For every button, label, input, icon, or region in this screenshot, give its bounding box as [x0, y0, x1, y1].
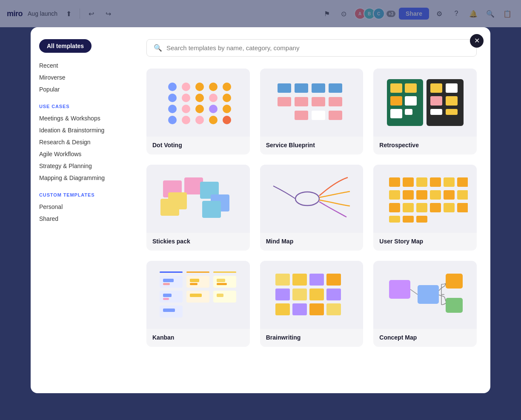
sidebar-item-ideation[interactable]: Ideation & Brainstorming	[39, 124, 124, 136]
sidebar-item-mapping[interactable]: Mapping & Diagramming	[39, 172, 124, 184]
all-templates-button[interactable]: All templates	[39, 39, 92, 53]
svg-rect-113	[309, 303, 324, 315]
svg-rect-64	[457, 177, 468, 187]
svg-rect-32	[329, 111, 342, 120]
svg-rect-61	[416, 177, 427, 187]
svg-rect-77	[389, 216, 400, 223]
svg-rect-43	[446, 83, 458, 93]
modal-main: 🔍	[133, 27, 490, 393]
template-card-dot-voting[interactable]: Dot Voting	[146, 69, 250, 154]
svg-rect-85	[163, 279, 174, 282]
templates-modal: ✕ All templates Recent Miroverse Popular…	[31, 27, 490, 393]
svg-rect-52	[160, 199, 179, 216]
svg-rect-89	[163, 298, 169, 300]
svg-rect-30	[295, 111, 308, 120]
brainwriting-thumb	[260, 261, 364, 329]
svg-rect-22	[278, 83, 291, 93]
svg-point-15	[223, 105, 231, 113]
svg-rect-108	[292, 289, 307, 300]
svg-rect-69	[444, 190, 455, 200]
template-card-kanban[interactable]: Kanban	[146, 261, 250, 347]
svg-rect-23	[295, 83, 308, 93]
svg-point-8	[195, 94, 204, 102]
sidebar-item-shared[interactable]: Shared	[39, 213, 124, 225]
template-label-brainwriting: Brainwriting	[260, 329, 364, 347]
svg-rect-111	[275, 303, 290, 315]
dot-voting-thumb	[146, 69, 250, 137]
svg-point-2	[182, 83, 190, 91]
template-card-user-story-map[interactable]: User Story Map	[373, 165, 477, 251]
svg-rect-37	[390, 96, 402, 106]
svg-rect-25	[329, 83, 342, 93]
svg-rect-44	[430, 96, 442, 106]
svg-point-6	[168, 94, 177, 102]
svg-point-5	[223, 83, 231, 91]
modal-body: All templates Recent Miroverse Popular U…	[31, 27, 490, 393]
search-input[interactable]	[166, 44, 469, 51]
template-card-concept-map[interactable]: Concept Map	[373, 261, 477, 347]
svg-rect-118	[446, 274, 463, 289]
svg-rect-38	[405, 96, 417, 106]
svg-rect-35	[390, 83, 402, 93]
sidebar-nav: Recent Miroverse Popular	[39, 60, 124, 95]
svg-rect-99	[217, 283, 227, 285]
svg-rect-110	[326, 289, 341, 300]
user-story-map-thumb	[373, 165, 477, 233]
svg-rect-94	[190, 283, 198, 285]
svg-rect-91	[163, 309, 175, 312]
template-label-concept-map: Concept Map	[373, 329, 477, 347]
svg-rect-112	[292, 303, 307, 315]
svg-rect-72	[403, 203, 414, 212]
svg-rect-28	[312, 97, 325, 106]
svg-point-16	[168, 116, 177, 124]
svg-rect-73	[416, 203, 427, 212]
svg-rect-36	[405, 83, 417, 93]
sidebar-item-strategy[interactable]: Strategy & Planning	[39, 160, 124, 172]
svg-rect-31	[312, 111, 325, 120]
svg-point-7	[182, 94, 190, 102]
use-cases-label: USE CASES	[39, 104, 124, 109]
svg-rect-105	[309, 274, 324, 286]
svg-rect-119	[446, 298, 463, 313]
template-card-service-blueprint[interactable]: Service Blueprint	[260, 69, 364, 154]
sidebar-item-research[interactable]: Research & Design	[39, 136, 124, 148]
template-card-retrospective[interactable]: Retrospective	[373, 69, 477, 154]
svg-rect-67	[416, 190, 427, 200]
svg-rect-76	[457, 203, 468, 212]
sidebar-item-miroverse[interactable]: Miroverse	[39, 71, 124, 83]
sidebar-item-meetings[interactable]: Meetings & Workshops	[39, 112, 124, 124]
svg-rect-59	[389, 177, 400, 187]
svg-point-19	[209, 116, 218, 124]
svg-rect-55	[202, 201, 221, 218]
template-card-stickies-pack[interactable]: Stickies pack	[146, 165, 250, 251]
svg-point-1	[168, 83, 177, 91]
svg-point-3	[195, 83, 204, 91]
svg-rect-74	[430, 203, 441, 212]
svg-point-12	[182, 105, 190, 113]
svg-rect-96	[190, 294, 202, 297]
template-label-stickies-pack: Stickies pack	[146, 233, 250, 251]
template-label-retrospective: Retrospective	[373, 137, 477, 154]
svg-rect-116	[389, 280, 410, 299]
svg-point-11	[168, 105, 177, 113]
mind-map-thumb	[260, 165, 364, 233]
sidebar-item-popular[interactable]: Popular	[39, 83, 124, 95]
svg-rect-56	[269, 171, 354, 226]
svg-rect-71	[389, 203, 400, 212]
close-button[interactable]: ✕	[470, 34, 484, 48]
svg-rect-45	[446, 96, 458, 106]
stickies-pack-thumb	[146, 165, 250, 233]
template-grid: Dot Voting	[146, 69, 477, 347]
svg-rect-82	[186, 271, 209, 273]
sidebar-item-recent[interactable]: Recent	[39, 60, 124, 71]
svg-point-13	[195, 105, 204, 113]
svg-rect-107	[275, 289, 290, 300]
svg-rect-39	[390, 109, 402, 118]
svg-rect-79	[416, 216, 427, 223]
sidebar-item-personal[interactable]: Personal	[39, 201, 124, 213]
template-card-mind-map[interactable]: Mind Map	[260, 165, 364, 251]
svg-rect-83	[213, 271, 236, 273]
sidebar-item-agile[interactable]: Agile Workflows	[39, 148, 124, 160]
template-card-brainwriting[interactable]: Brainwriting	[260, 261, 364, 347]
svg-rect-98	[217, 279, 225, 282]
